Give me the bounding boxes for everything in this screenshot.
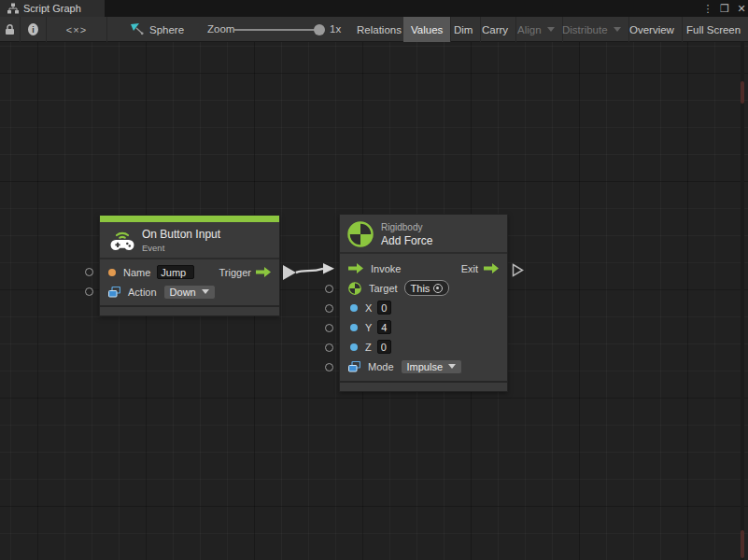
node-body: Name Trigger Action <box>100 259 279 305</box>
rigidbody-type-icon <box>348 282 361 295</box>
port-row-x: X <box>340 298 507 317</box>
tab-script-graph[interactable]: Script Graph <box>0 0 105 17</box>
edit-code-button[interactable]: <×> <box>47 17 107 42</box>
values-button[interactable]: Values <box>403 17 451 42</box>
distribute-label: Distribute <box>562 24 608 35</box>
info-button[interactable]: i <box>21 17 47 42</box>
info-icon: i <box>28 23 38 35</box>
tab-label: Script Graph <box>23 3 81 14</box>
code-icon: <×> <box>66 24 87 35</box>
flow-input-arrow-icon[interactable] <box>348 263 363 273</box>
input-port[interactable] <box>85 287 93 296</box>
port-label: Action <box>128 287 157 298</box>
window-menu-icon[interactable]: ⋮ <box>700 0 715 17</box>
port-label: Trigger <box>219 267 251 278</box>
input-port[interactable] <box>325 304 333 313</box>
zoom-value: 1x <box>330 23 341 35</box>
node-on-button-input[interactable]: On Button Input Event Name Trigger <box>99 215 280 316</box>
dropdown-value: Impulse <box>407 361 444 372</box>
align-label: Align <box>517 24 542 35</box>
name-input[interactable] <box>157 265 194 279</box>
zoom-slider-track[interactable] <box>234 29 322 31</box>
scrollbar-thumb[interactable] <box>741 81 744 104</box>
breadcrumb-label: Sphere <box>149 24 184 35</box>
z-input[interactable] <box>377 340 391 354</box>
node-footer <box>100 305 279 315</box>
node-add-force[interactable]: Rigidbody Add Force Invoke Exit <box>339 214 508 392</box>
port-row-invoke: Invoke Exit <box>340 259 507 278</box>
breadcrumb-sphere[interactable]: Sphere <box>131 17 184 42</box>
input-port[interactable] <box>325 363 333 371</box>
target-object-chip[interactable]: This <box>404 280 450 296</box>
zoom-slider-handle[interactable] <box>314 24 325 35</box>
node-subtitle: Event <box>142 243 164 253</box>
script-graph-icon <box>7 3 19 14</box>
string-port-icon <box>108 269 116 276</box>
port-row-z: Z <box>340 337 507 357</box>
graph-canvas[interactable]: On Button Input Event Name Trigger <box>0 42 748 560</box>
node-type-label: Rigidbody <box>381 222 422 232</box>
chevron-down-icon <box>448 364 456 369</box>
flow-output-arrow-icon[interactable] <box>484 263 499 273</box>
node-footer <box>340 381 507 391</box>
chevron-down-icon <box>614 27 621 32</box>
flow-output-arrow-icon[interactable] <box>256 267 271 277</box>
port-label: Exit <box>461 263 478 274</box>
maximize-icon[interactable]: ❒ <box>717 0 732 17</box>
port-row-action: Action Down <box>100 282 279 301</box>
port-label: Name <box>123 267 150 278</box>
relations-button[interactable]: Relations <box>349 17 410 42</box>
node-accent-bar <box>100 216 279 222</box>
port-label: X <box>365 302 372 314</box>
chevron-down-icon <box>202 289 209 294</box>
float-port-icon <box>350 324 358 331</box>
rigidbody-icon <box>347 221 374 247</box>
overview-button[interactable]: Overview <box>622 17 683 42</box>
y-input[interactable] <box>377 320 391 334</box>
port-row-mode: Mode Impulse <box>340 357 507 376</box>
node-body: Invoke Exit <box>340 254 507 381</box>
x-input[interactable] <box>377 301 391 315</box>
port-label: Mode <box>368 361 394 372</box>
port-label: Invoke <box>371 263 401 274</box>
chevron-down-icon <box>547 27 555 32</box>
full-screen-button[interactable]: Full Screen <box>679 17 748 42</box>
graph-pointer-icon <box>131 23 144 35</box>
chip-value: This <box>411 283 430 294</box>
close-icon[interactable]: ✕ <box>734 0 748 17</box>
input-port[interactable] <box>85 268 93 276</box>
node-header: Rigidbody Add Force <box>340 215 507 254</box>
enum-port-icon <box>108 287 120 298</box>
port-row-y: Y <box>340 317 507 337</box>
node-title: On Button Input <box>142 228 220 241</box>
scrollbar-thumb[interactable] <box>741 530 744 558</box>
titlebar: Script Graph ⋮ ❒ ✕ <box>0 0 748 17</box>
node-title: Add Force <box>381 234 432 247</box>
vertical-scrollbar[interactable] <box>741 42 744 560</box>
exit-port-triangle[interactable] <box>512 263 524 277</box>
action-dropdown[interactable]: Down <box>163 285 216 300</box>
input-port[interactable] <box>325 343 333 352</box>
port-row-target: Target This <box>340 278 507 298</box>
enum-port-icon <box>348 361 360 372</box>
mode-dropdown[interactable]: Impulse <box>401 359 463 374</box>
lock-icon <box>5 23 15 35</box>
script-graph-window: Script Graph ⋮ ❒ ✕ i <×> <box>0 0 748 560</box>
distribute-button[interactable]: Distribute <box>555 17 629 42</box>
port-label: Target <box>369 283 398 294</box>
object-picker-icon[interactable] <box>433 284 443 293</box>
node-header: On Button Input Event <box>100 222 279 259</box>
zoom-label: Zoom <box>207 23 234 35</box>
gamepad-icon <box>109 230 135 252</box>
float-port-icon <box>350 343 358 351</box>
connection-wire[interactable] <box>280 259 340 287</box>
float-port-icon <box>350 304 358 312</box>
input-port[interactable] <box>325 324 333 332</box>
port-label: Y <box>365 322 372 333</box>
dropdown-value: Down <box>170 287 196 298</box>
input-port[interactable] <box>325 285 333 293</box>
port-label: Z <box>365 342 372 353</box>
lock-button[interactable] <box>0 17 21 42</box>
toolbar: i <×> Sphere Zoom 1x Relations Values Di… <box>0 17 748 42</box>
port-row-name: Name Trigger <box>100 262 279 282</box>
